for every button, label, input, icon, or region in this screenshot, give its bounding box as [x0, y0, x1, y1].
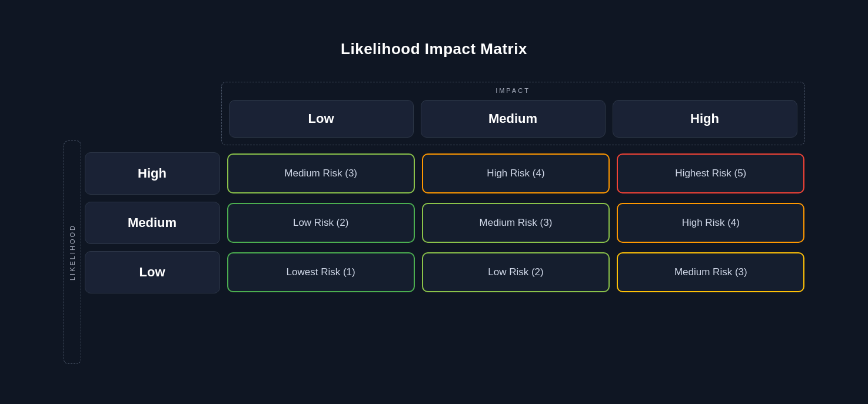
list-item: Lowest Risk (1) — [227, 252, 415, 292]
impact-header-area: IMPACT Low Medium High — [85, 82, 805, 145]
impact-col-medium: Medium — [421, 100, 606, 138]
table-row: Low Lowest Risk (1) Low Risk (2) Medium … — [85, 251, 805, 293]
table-row: Medium Low Risk (2) Medium Risk (3) High… — [85, 202, 805, 244]
impact-dashed-box: IMPACT Low Medium High — [221, 82, 805, 145]
row-label-medium: Medium — [85, 202, 220, 244]
likelihood-axis-label: LIKELIHOOD — [69, 224, 76, 281]
list-item: Medium Risk (3) — [617, 252, 804, 292]
list-item: Highest Risk (5) — [617, 153, 804, 193]
main-container: Likelihood Impact Matrix LIKELIHOOD IMPA… — [52, 28, 817, 376]
matrix-content: IMPACT Low Medium High — [85, 82, 805, 293]
impact-col-low: Low — [229, 100, 414, 138]
impact-axis-label: IMPACT — [495, 87, 530, 94]
impact-col-headers: Low Medium High — [229, 100, 797, 138]
matrix-rows: High Medium Risk (3) High Risk (4) Highe… — [85, 152, 805, 293]
header-spacer — [85, 82, 214, 145]
list-item: High Risk (4) — [617, 203, 804, 243]
list-item: Low Risk (2) — [227, 203, 415, 243]
page-title: Likelihood Impact Matrix — [64, 40, 805, 58]
list-item: Low Risk (2) — [422, 252, 610, 292]
table-row: High Medium Risk (3) High Risk (4) Highe… — [85, 152, 805, 195]
likelihood-dashed-border: LIKELIHOOD — [64, 141, 81, 364]
row-label-low: Low — [85, 251, 220, 293]
row-label-high: High — [85, 152, 220, 195]
list-item: High Risk (4) — [422, 153, 610, 193]
impact-col-high: High — [613, 100, 797, 138]
list-item: Medium Risk (3) — [422, 203, 610, 243]
list-item: Medium Risk (3) — [227, 153, 415, 193]
